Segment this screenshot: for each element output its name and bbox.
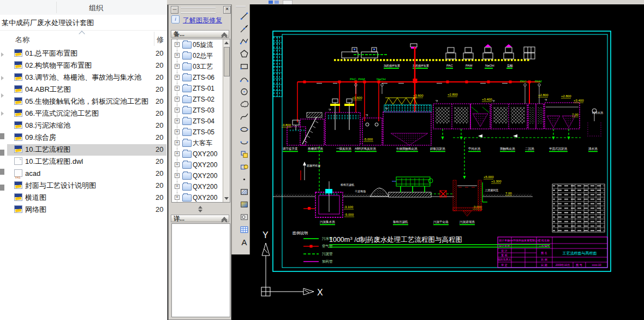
tool-multiline-text-icon[interactable]: A	[235, 236, 247, 247]
tool-point-icon[interactable]	[235, 173, 247, 185]
file-list: 01.总平面布置图20 02.构筑物平面布置图20 03.调节池、格栅池、事故池…	[7, 47, 167, 227]
file-row[interactable]: 06.平流式沉淀池工艺图20	[7, 108, 166, 120]
file-row[interactable]: FASacad20	[7, 168, 166, 180]
column-header-modified[interactable]: 修	[157, 35, 164, 45]
file-row[interactable]: 02.构筑物平面布置图20	[7, 60, 166, 72]
tool-rectangle-icon[interactable]	[235, 60, 247, 72]
expand-plus-icon[interactable]: +	[175, 184, 180, 189]
learn-recovery-link[interactable]: 了解图形修复	[183, 16, 222, 25]
tree-item-label: ZTS-05	[193, 127, 214, 138]
file-date: 20	[156, 192, 163, 203]
plain-file-icon	[14, 157, 22, 165]
scroll-down-icon[interactable]	[224, 197, 229, 200]
tree-scrollbar[interactable]	[223, 39, 230, 202]
address-bar[interactable]: 某中成药厂废水处理设计套图	[0, 15, 167, 31]
tree-item[interactable]: + ZTS-02	[172, 94, 230, 105]
palette-splitter[interactable]	[196, 206, 205, 212]
expand-plus-icon[interactable]: +	[175, 129, 180, 134]
tree-item-label: 05旋流	[193, 39, 213, 50]
file-row-selected[interactable]: 10.工艺流程图20	[7, 144, 166, 156]
cad-drawing-canvas[interactable]: 加药搅拌装置 加药搅拌装置 PAC PAM NaOH 盐酸	[250, 4, 644, 320]
details-header-label: 详...	[174, 215, 184, 222]
column-divider[interactable]	[154, 32, 154, 46]
tree-item[interactable]: + QXY200	[172, 149, 230, 159]
tool-ellipse-arc-icon[interactable]	[235, 135, 247, 147]
tool-hatch-icon[interactable]	[235, 186, 247, 197]
tree-item[interactable]: + ZTS-01	[172, 83, 230, 94]
file-row[interactable]: 封面与工艺设计说明图20	[7, 180, 166, 192]
svg-text:PAC: PAC	[446, 64, 454, 67]
tool-spline-icon[interactable]	[235, 110, 247, 122]
nav-expand-arrow-icon[interactable]	[1, 52, 4, 57]
folder-icon	[182, 140, 192, 147]
tool-polygon-icon[interactable]	[235, 48, 247, 59]
file-row[interactable]: 10.工艺流程图.dwl20	[7, 156, 166, 168]
file-row[interactable]: 09.综合房20	[7, 132, 166, 144]
tree-item[interactable]: + 05旋流	[172, 39, 230, 50]
model-space-background[interactable]	[250, 4, 644, 320]
scrollbar-thumb[interactable]	[224, 47, 230, 76]
clipped-nav-text	[0, 185, 4, 191]
tool-region-icon[interactable]	[235, 211, 247, 222]
expand-plus-icon[interactable]: +	[175, 42, 180, 47]
expand-plus-icon[interactable]: +	[175, 140, 180, 145]
tool-arc-icon[interactable]	[235, 73, 247, 84]
expand-plus-icon[interactable]: +	[175, 64, 180, 69]
svg-text:污泥集水池: 污泥集水池	[320, 220, 335, 224]
backup-files-header[interactable]: 备...	[171, 30, 229, 38]
tree-item[interactable]: + ZTS-04	[172, 116, 230, 127]
tool-polyline-icon[interactable]	[235, 35, 247, 46]
expand-plus-icon[interactable]: +	[175, 118, 180, 123]
tree-item[interactable]: + 02总平	[172, 50, 230, 61]
svg-text:盐酸: 盐酸	[507, 64, 514, 68]
tool-ellipse-icon[interactable]	[235, 123, 247, 134]
expand-plus-icon[interactable]: +	[175, 195, 180, 200]
tree-item[interactable]: + 03工艺	[172, 61, 230, 72]
svg-text:斜板沉淀池: 斜板沉淀池	[430, 147, 445, 151]
file-row[interactable]: 05.生物接触氧化池，斜板沉淀池工艺图20	[7, 96, 166, 108]
file-row[interactable]: 横道图20	[7, 192, 166, 204]
file-row[interactable]: 网络图20	[7, 204, 166, 216]
expand-plus-icon[interactable]: +	[175, 162, 180, 167]
file-row[interactable]: 03.调节池、格栅池、事故池与集水池20	[7, 72, 166, 84]
nav-expand-arrow-icon[interactable]	[1, 76, 4, 80]
file-row[interactable]: 08.污泥浓缩池20	[7, 120, 166, 132]
organize-menu[interactable]: 组织	[89, 3, 103, 13]
expand-plus-icon[interactable]: +	[175, 108, 180, 112]
tool-revision-cloud-icon[interactable]	[235, 98, 247, 109]
expand-plus-icon[interactable]: +	[175, 86, 180, 91]
dwg-file-icon	[14, 181, 22, 189]
sort-ascending-icon	[79, 31, 85, 37]
tree-item[interactable]: + 大客车	[172, 138, 230, 149]
expand-plus-icon[interactable]: +	[175, 151, 180, 156]
tree-item[interactable]: + QXY200	[172, 170, 230, 181]
tree-item[interactable]: + ZTS-06	[172, 72, 230, 83]
svg-text:+3.600: +3.600	[352, 96, 362, 99]
tree-item[interactable]: + QXY200	[172, 192, 230, 203]
tool-gradient-icon[interactable]	[235, 198, 247, 210]
tree-item[interactable]: + QXY200	[172, 159, 230, 170]
tree-item[interactable]: + QXY200	[172, 181, 230, 192]
tree-item[interactable]: + ZTS-03	[172, 105, 230, 116]
tool-line-icon[interactable]	[235, 10, 247, 21]
expand-plus-icon[interactable]: +	[175, 97, 180, 102]
tool-table-icon[interactable]	[235, 223, 247, 235]
column-header-name[interactable]: 名称	[15, 35, 29, 45]
tree-item[interactable]: + ZTS-05	[172, 127, 230, 138]
tool-make-block-icon[interactable]	[235, 161, 247, 172]
file-row[interactable]: 01.总平面布置图20	[7, 48, 166, 60]
expand-plus-icon[interactable]: +	[175, 173, 180, 178]
minimize-icon[interactable]: —	[171, 6, 178, 14]
palette-grip[interactable]	[181, 7, 216, 14]
tool-insert-block-icon[interactable]	[235, 148, 247, 159]
file-row[interactable]: 04.ABR工艺图20	[7, 84, 166, 96]
tool-circle-icon[interactable]	[235, 85, 247, 97]
expand-plus-icon[interactable]: +	[175, 75, 180, 80]
expand-plus-icon[interactable]: +	[175, 53, 180, 58]
tool-construction-line-icon[interactable]	[235, 22, 247, 34]
nav-expand-arrow-icon[interactable]	[1, 93, 4, 98]
close-icon[interactable]: ✕	[223, 6, 231, 14]
nav-expand-arrow-icon[interactable]	[1, 111, 4, 116]
details-header[interactable]: 详...	[171, 215, 229, 222]
scroll-up-icon[interactable]	[224, 42, 229, 44]
